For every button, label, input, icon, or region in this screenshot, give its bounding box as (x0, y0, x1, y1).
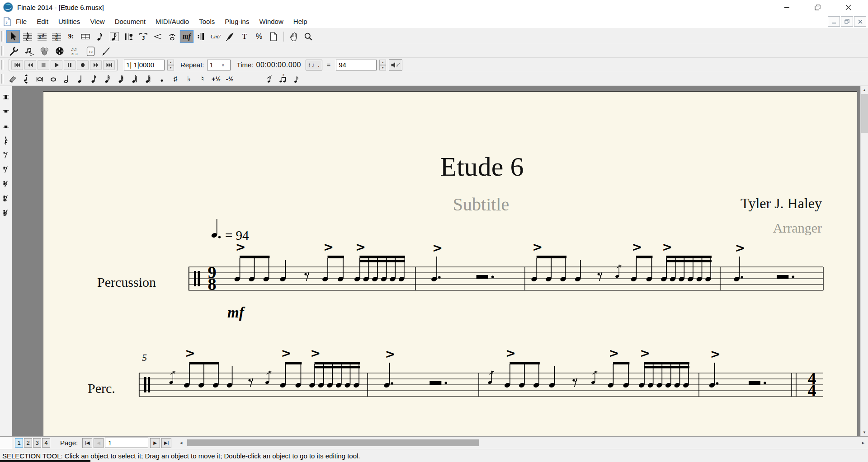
smart-shape-tool[interactable] (151, 30, 165, 43)
repitch-tool[interactable] (20, 73, 33, 85)
menu-tools[interactable]: Tools (199, 18, 215, 25)
scroll-right-arrow[interactable]: ▶ (859, 439, 867, 447)
measure-tool[interactable] (79, 30, 92, 43)
document-minimize-button[interactable] (828, 16, 840, 27)
flag-eighth[interactable] (290, 73, 303, 85)
previous-page-button[interactable]: ◀ (94, 438, 104, 448)
music-notation[interactable]: Etude 6SubtitleTyler J. HaleyArranger98P… (43, 92, 858, 436)
thirty-second-note[interactable] (115, 73, 127, 85)
scroll-up-arrow[interactable]: ▲ (861, 86, 868, 94)
tuplet-entry[interactable]: 3 (277, 73, 289, 85)
quarter-note[interactable] (74, 73, 87, 85)
horizontal-scroll-thumb[interactable] (187, 439, 479, 446)
lower-half-step[interactable]: -½ (223, 73, 236, 85)
menu-help[interactable]: Help (293, 18, 307, 25)
spinner-up-icon[interactable]: ▲ (379, 60, 386, 65)
time-signature-tool[interactable]: 34 (50, 30, 63, 43)
scroll-down-arrow[interactable]: ▼ (861, 429, 868, 436)
score-page[interactable]: Etude 6SubtitleTyler J. HaleyArranger98P… (43, 91, 857, 436)
mixer-tool[interactable] (52, 45, 67, 57)
selection-tool[interactable] (6, 30, 20, 43)
whole-note[interactable] (47, 73, 60, 85)
instrument-setup-tool[interactable] (6, 45, 21, 57)
fast-forward-button[interactable] (90, 60, 102, 70)
score-window-tool[interactable]: ♪♪ (83, 45, 98, 57)
restore-button[interactable] (802, 0, 833, 14)
rhythm-notation-tool[interactable]: ♫♬♬♫ (68, 45, 82, 57)
page-number-field[interactable] (105, 438, 148, 448)
spinner-down-icon[interactable]: ▼ (167, 65, 174, 70)
zoom-tool[interactable] (302, 30, 315, 43)
articulation-tool[interactable] (165, 30, 179, 43)
sixteenth-rest[interactable] (0, 164, 11, 175)
skip-to-end-button[interactable] (103, 60, 115, 70)
speedy-entry-tool[interactable] (108, 30, 121, 43)
staff-tool[interactable] (21, 30, 34, 43)
augmentation-dot[interactable] (156, 73, 168, 85)
skip-to-start-button[interactable] (11, 60, 23, 70)
speaker-button[interactable]: ♪ (389, 59, 402, 71)
grace-note[interactable] (263, 73, 276, 85)
rewind-button[interactable] (24, 60, 36, 70)
one-twenty-eighth-rest[interactable] (0, 207, 11, 218)
first-page-button[interactable]: |◀ (82, 438, 92, 448)
menu-view[interactable]: View (90, 18, 104, 25)
tempo-spinner[interactable]: ▲▼ (379, 60, 386, 70)
whole-rest[interactable] (0, 106, 11, 117)
expression-tool[interactable]: mf (180, 30, 193, 43)
menu-midi-audio[interactable]: MIDI/Audio (156, 18, 189, 25)
mirror-tool[interactable]: % (252, 30, 266, 43)
text-tool[interactable]: T (238, 30, 251, 43)
sharp[interactable]: ♯ (169, 73, 182, 85)
repeat-select[interactable]: 1 ∨ (207, 60, 231, 70)
scroll-left-arrow[interactable]: ◀ (177, 439, 185, 447)
simple-entry-tool[interactable] (93, 30, 107, 43)
flat[interactable]: ♭ (183, 73, 195, 85)
sixteenth-note[interactable] (101, 73, 114, 85)
half-note[interactable] (61, 73, 73, 85)
playback-position-field[interactable] (124, 60, 165, 70)
page-layout-tool[interactable] (267, 30, 280, 43)
sound-library-tool[interactable] (37, 45, 52, 57)
sixty-fourth-note[interactable] (128, 73, 141, 85)
pause-button[interactable] (64, 60, 75, 70)
eighth-rest[interactable] (0, 149, 11, 160)
page-button-3[interactable]: 3 (33, 438, 41, 448)
document-close-button[interactable] (854, 16, 866, 27)
page-button-1[interactable]: 1 (15, 438, 23, 448)
half-rest[interactable] (0, 121, 11, 131)
tuplet-tool[interactable]: 3 (137, 30, 150, 43)
menu-document[interactable]: Document (115, 18, 146, 25)
play-button[interactable] (51, 60, 62, 70)
hand-grabber-tool[interactable] (287, 30, 301, 43)
double-whole-rest[interactable] (0, 92, 11, 103)
menu-file[interactable]: File (16, 18, 27, 25)
double-whole-note[interactable] (33, 73, 46, 85)
natural[interactable]: ♮ (196, 73, 209, 85)
repeat-tool[interactable] (194, 30, 208, 43)
sixty-fourth-rest[interactable] (0, 193, 11, 204)
document-restore-button[interactable] (841, 16, 853, 27)
horizontal-scrollbar[interactable]: ◀ ▶ (177, 439, 867, 447)
spinner-up-icon[interactable]: ▲ (167, 60, 174, 65)
minimize-button[interactable] (771, 0, 802, 14)
tempo-unit-button[interactable]: ▲▼ ♩. (306, 60, 322, 70)
page-button-2[interactable]: 2 (24, 438, 32, 448)
spinner-down-icon[interactable]: ▼ (379, 65, 386, 70)
menu-plug-ins[interactable]: Plug-ins (225, 18, 249, 25)
last-page-button[interactable]: ▶| (161, 438, 171, 448)
playback-region-tool[interactable] (22, 45, 36, 57)
menu-utilities[interactable]: Utilities (58, 18, 80, 25)
menu-window[interactable]: Window (259, 18, 283, 25)
next-page-button[interactable]: ▶ (150, 438, 160, 448)
one-twenty-eighth-note[interactable] (142, 73, 155, 85)
key-signature-tool[interactable]: ♯♯ (35, 30, 49, 43)
vertical-scrollbar[interactable]: ▲ ▼ (860, 86, 868, 436)
close-button[interactable] (833, 0, 863, 14)
position-spinner[interactable]: ▲▼ (167, 60, 174, 70)
stop-button[interactable] (38, 60, 49, 70)
thirty-second-rest[interactable] (0, 178, 11, 189)
record-button[interactable] (77, 60, 89, 70)
quarter-rest[interactable] (0, 135, 11, 146)
clef-tool[interactable]: 9: (64, 30, 78, 43)
